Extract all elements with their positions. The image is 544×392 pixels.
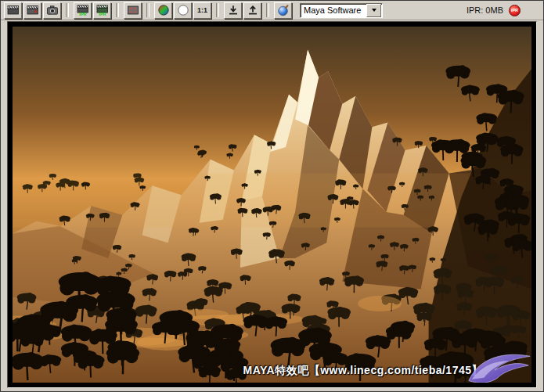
renderer-dropdown-value: Maya Software	[301, 5, 366, 15]
camera-icon	[46, 4, 59, 16]
snapshot-button[interactable]	[43, 2, 61, 19]
remove-image-button[interactable]	[243, 2, 261, 19]
render-view-window: IPR IPR 1:1	[0, 0, 544, 392]
refresh-ipr-image-button[interactable]: IPR	[93, 2, 111, 19]
redo-previous-render-button[interactable]	[23, 2, 41, 19]
toolbar-separator	[146, 3, 150, 17]
watermark-logo-icon	[464, 348, 531, 383]
white-circle-icon	[177, 4, 189, 16]
ipr-badge-label: IPR	[511, 8, 518, 13]
render-view-toolbar: IPR IPR 1:1	[1, 1, 543, 20]
keep-image-button[interactable]	[224, 2, 242, 19]
ipr-badge-icon: IPR	[509, 5, 521, 16]
watermark-text: MAYA特效吧【www.linecg.com/tieba/1745】	[243, 364, 483, 378]
ipr-render-current-frame-button[interactable]: IPR	[74, 2, 92, 19]
arrow-up-tray-icon	[247, 4, 259, 16]
ipr-clapper-icon: IPR	[96, 4, 109, 16]
mountain-render-image	[13, 27, 531, 383]
ipr-clapper-icon: IPR	[77, 4, 89, 16]
toolbar-separator	[116, 3, 119, 17]
region-marquee-icon	[127, 4, 139, 16]
render-view-frame: MAYA特效吧【www.linecg.com/tieba/1745】	[7, 21, 537, 388]
clapper-icon	[7, 4, 20, 16]
clapper-icon	[27, 4, 39, 16]
open-render-settings-button[interactable]	[274, 2, 292, 19]
real-size-button[interactable]: 1:1	[193, 2, 211, 19]
renderer-dropdown-button[interactable]	[366, 4, 381, 17]
rendered-image: MAYA特效吧【www.linecg.com/tieba/1745】	[13, 27, 531, 383]
ipr-memory-status: IPR: 0MB	[467, 5, 503, 15]
svg-text:IPR: IPR	[99, 12, 106, 16]
real-size-label: 1:1	[197, 6, 207, 14]
svg-text:IPR: IPR	[79, 12, 86, 16]
toolbar-separator	[216, 3, 219, 17]
chevron-down-icon	[372, 9, 376, 12]
toolbar-separator	[66, 3, 69, 17]
render-current-frame-button[interactable]	[4, 2, 22, 19]
display-rgb-channels-button[interactable]	[154, 2, 172, 19]
render-region-button[interactable]	[124, 2, 142, 19]
rgb-sphere-icon	[157, 4, 170, 16]
blue-sphere-icon	[277, 4, 290, 16]
renderer-dropdown[interactable]: Maya Software	[300, 3, 383, 18]
display-alpha-channel-button[interactable]	[174, 2, 192, 19]
arrow-down-tray-icon	[227, 4, 240, 16]
toolbar-separator	[266, 3, 269, 17]
